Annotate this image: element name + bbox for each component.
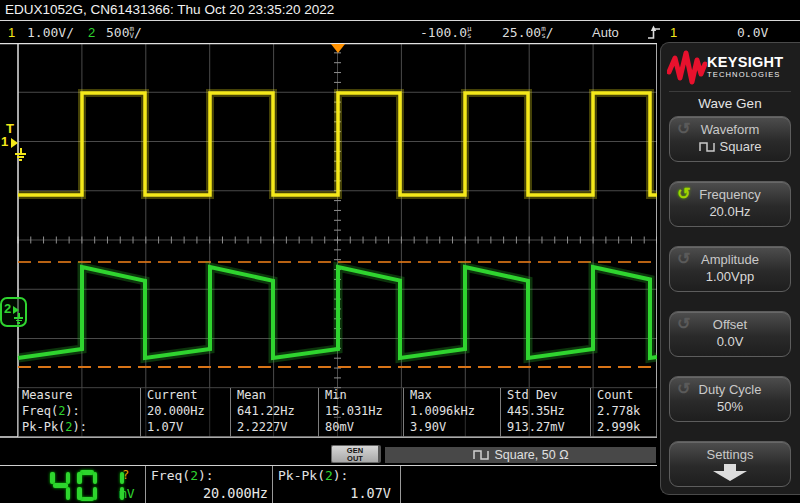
softkey-value: 20.0Hz [670,204,790,219]
divider [590,388,591,437]
divider [145,466,146,503]
softkey-value: Square [670,139,790,154]
trigger-source: 1 [670,25,677,40]
acquisition-mode: Auto [592,25,619,40]
measure-header: Std Dev [507,388,558,402]
gen-out-button[interactable]: GEN OUT [331,445,381,463]
softkey-value: 1.00Vpp [670,269,790,284]
measure-value: 15.031Hz [325,404,383,418]
divider [140,388,141,437]
softkey-value: 0.0V [670,334,790,349]
knob-icon: ↺ [677,251,690,267]
ch1-marker-arrow-icon [11,138,18,148]
ch1-button[interactable]: 1 [8,25,15,40]
softkey-value: 50% [670,399,790,414]
softkey-offset[interactable]: ↺ Offset 0.0V [669,311,791,357]
measure-value: 1.07V [147,420,183,434]
title-bar: EDUX1052G, CN61431366: Thu Oct 20 23:35:… [0,0,800,21]
ch1-scale[interactable]: 1.00V/ [27,25,74,40]
measure-value: 1.0096kHz [410,404,475,418]
measurement-panel: MeasureCurrentMeanMinMaxStd DevCountFreq… [18,388,657,437]
ch2-button[interactable]: 2 [88,25,95,40]
brand-sub: TECHNOLOGIES [707,70,781,79]
softkey-label: Settings [670,447,790,462]
keysight-brand: KEYSIGHT TECHNOLOGIES [661,48,799,88]
measure-header: Mean [237,388,266,402]
divider [669,91,791,92]
measure-row-label: Freq(2): [22,404,80,418]
pkpk-readout-value: 1.07V [278,485,391,501]
softkey-settings[interactable]: Settings [669,441,791,487]
knob-icon: ↺ [677,316,690,332]
dvm-questionable-flag: ? [122,468,129,482]
channel-status-bar: 1 1.00V/ 2 500mV/ -100.0µs 25.00ms/ Auto… [0,22,800,43]
panel-title: Wave Gen [661,96,799,111]
freq-readout-label: Freq(2): [151,468,214,483]
softkey-value [670,464,790,484]
dvm-digit [77,470,97,501]
delay-unit: µs [467,26,472,39]
measure-value: 445.35Hz [507,404,565,418]
softkey-frequency[interactable]: ↺ Frequency 20.0Hz [669,181,791,227]
oscilloscope-screen: EDUX1052G, CN61431366: Thu Oct 20 23:35:… [0,0,800,503]
measure-value: 2.2227V [237,420,288,434]
divider [400,466,401,503]
measure-value: 80mV [325,420,354,434]
scope-graticule-and-traces [0,43,658,439]
dvm-digit [50,470,70,501]
dvm-seven-segment-display [50,470,124,501]
instrument-id: EDUX1052G, CN61431366: Thu Oct 20 23:35:… [5,2,334,17]
gen-out-row: GEN OUT Square, 50 Ω [0,439,658,465]
measure-header: Max [410,388,432,402]
bottom-readout-bar: ? mV Freq(2): 20.000Hz Pk-Pk(2): 1.07V [0,465,658,503]
ch1-ground-marker[interactable]: 1 [1,134,8,149]
wavegen-status-strip: Square, 50 Ω [385,447,656,463]
knob-icon: ↺ [677,381,690,397]
pkpk-readout-label: Pk-Pk(2): [278,468,348,483]
divider [500,388,501,437]
knob-icon: ↺ [677,121,690,137]
divider [230,388,231,437]
measure-header: Current [147,388,198,402]
ch2-scale[interactable]: 500mV/ [106,25,142,40]
keysight-logo-icon [667,50,707,86]
down-arrow-icon [713,464,747,481]
divider [318,388,319,437]
timebase-scale: 25.00ms/ [502,25,553,40]
measure-value: 2.999k [597,420,640,434]
divider [403,388,404,437]
waveform-display: T 1 2 MeasureCurrentMeanMinMaxStd DevCou… [0,43,658,439]
square-wave-icon [473,448,489,461]
softkey-waveform[interactable]: ↺ Waveform Square [669,116,791,162]
measure-value: 20.000Hz [147,404,205,418]
ch2-ground-marker[interactable]: 2 [4,301,11,316]
wavegen-panel: KEYSIGHT TECHNOLOGIES Wave Gen ↺ Wavefor… [660,42,800,495]
softkey-amplitude[interactable]: ↺ Amplitude 1.00Vpp [669,246,791,292]
measure-value: 913.27mV [507,420,565,434]
square-wave-icon [699,140,715,153]
measure-value: 641.22Hz [237,404,295,418]
softkey-duty-cycle[interactable]: ↺ Duty Cycle 50% [669,376,791,422]
brand-name: KEYSIGHT [707,54,784,70]
freq-readout-value: 20.000Hz [151,485,268,501]
measure-value: 2.778k [597,404,640,418]
measure-header: Count [597,388,633,402]
softkey-sidebar: KEYSIGHT TECHNOLOGIES Wave Gen ↺ Wavefor… [657,43,800,503]
dvm-unit: mV [119,486,135,501]
measure-header: Measure [22,388,73,402]
trigger-level: 0.0V [737,25,768,40]
time-reference-marker[interactable] [331,44,345,53]
measure-row-label: Pk-Pk(2): [22,420,87,434]
measure-value: 3.90V [410,420,446,434]
knob-icon: ↺ [677,186,690,202]
horizontal-delay: -100.0µs [420,25,471,40]
measure-header: Min [325,388,347,402]
rising-edge-trigger-icon [648,24,661,44]
divider [272,466,273,503]
